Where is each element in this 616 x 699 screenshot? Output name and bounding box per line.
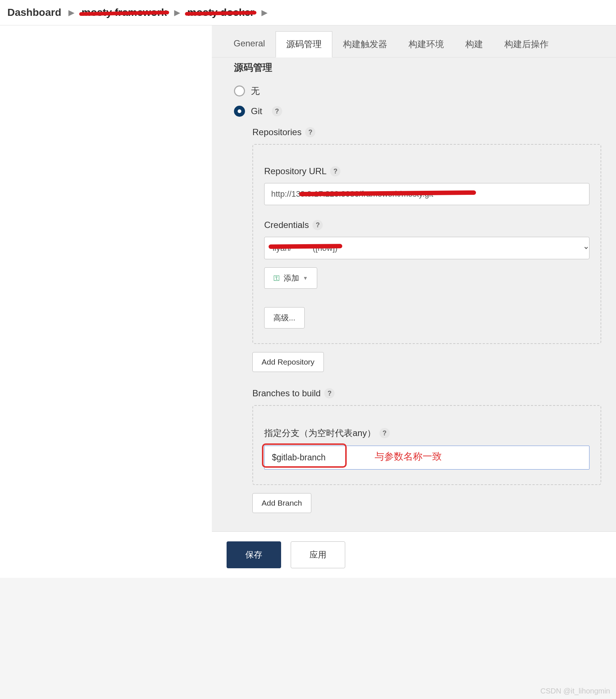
add-repository-button[interactable]: Add Repository	[252, 352, 324, 372]
left-sidebar	[0, 25, 212, 578]
credentials-label: Credentials ?	[264, 220, 589, 230]
breadcrumb: Dashboard ▶ mosty framework ▶ mosty dock…	[0, 0, 616, 25]
repositories-label: Repositories ?	[252, 127, 601, 137]
chevron-right-icon: ▶	[69, 8, 74, 17]
apply-button[interactable]: 应用	[291, 541, 345, 568]
chevron-down-icon: ▼	[303, 275, 308, 281]
scm-none-label: 无	[251, 85, 260, 97]
repo-url-label: Repository URL ?	[264, 166, 589, 176]
tab-build[interactable]: 构建	[455, 31, 494, 57]
breadcrumb-item-1[interactable]: mosty framework	[81, 7, 167, 18]
save-button[interactable]: 保存	[227, 541, 281, 568]
scm-option-git[interactable]: Git ?	[234, 106, 601, 117]
breadcrumb-item-2[interactable]: mosty docker	[187, 7, 254, 18]
tab-triggers[interactable]: 构建触发器	[332, 31, 398, 57]
chevron-right-icon: ▶	[174, 8, 180, 17]
branches-label: Branches to build ?	[252, 388, 601, 398]
config-tabs: General 源码管理 构建触发器 构建环境 构建 构建后操作	[212, 25, 616, 57]
add-credentials-button[interactable]: ⚿ 添加 ▼	[264, 267, 317, 289]
advanced-button[interactable]: 高级...	[264, 307, 305, 329]
tab-env[interactable]: 构建环境	[398, 31, 455, 57]
tab-scm[interactable]: 源码管理	[276, 31, 332, 57]
branch-spec-label: 指定分支（为空时代表any） ?	[264, 427, 589, 439]
tab-post[interactable]: 构建后操作	[494, 31, 559, 57]
help-icon[interactable]: ?	[272, 106, 282, 116]
help-icon[interactable]: ?	[312, 220, 323, 230]
key-icon: ⚿	[273, 274, 280, 282]
branches-block: 指定分支（为空时代表any） ? 与参数名称一致	[252, 405, 601, 485]
credentials-select[interactable]: liyan/****** ([now])	[264, 237, 589, 259]
radio-checked-icon	[234, 106, 245, 117]
help-icon[interactable]: ?	[330, 166, 340, 176]
tab-general[interactable]: General	[223, 31, 276, 57]
section-title-scm: 源码管理	[227, 61, 601, 74]
help-icon[interactable]: ?	[305, 127, 315, 137]
breadcrumb-dashboard[interactable]: Dashboard	[7, 7, 61, 18]
chevron-right-icon: ▶	[262, 8, 267, 17]
help-icon[interactable]: ?	[379, 428, 390, 438]
footer-actions: 保存 应用	[212, 531, 616, 578]
scm-option-none[interactable]: 无	[234, 85, 601, 97]
radio-icon	[234, 85, 245, 96]
branch-spec-input[interactable]	[264, 446, 589, 470]
add-label: 添加	[284, 273, 299, 283]
repository-block: Repository URL ? Credentials ? liyan/***…	[252, 144, 601, 344]
help-icon[interactable]: ?	[324, 388, 335, 398]
add-branch-button[interactable]: Add Branch	[252, 493, 311, 513]
repo-url-input[interactable]	[264, 183, 589, 205]
scm-git-label: Git	[251, 106, 262, 116]
